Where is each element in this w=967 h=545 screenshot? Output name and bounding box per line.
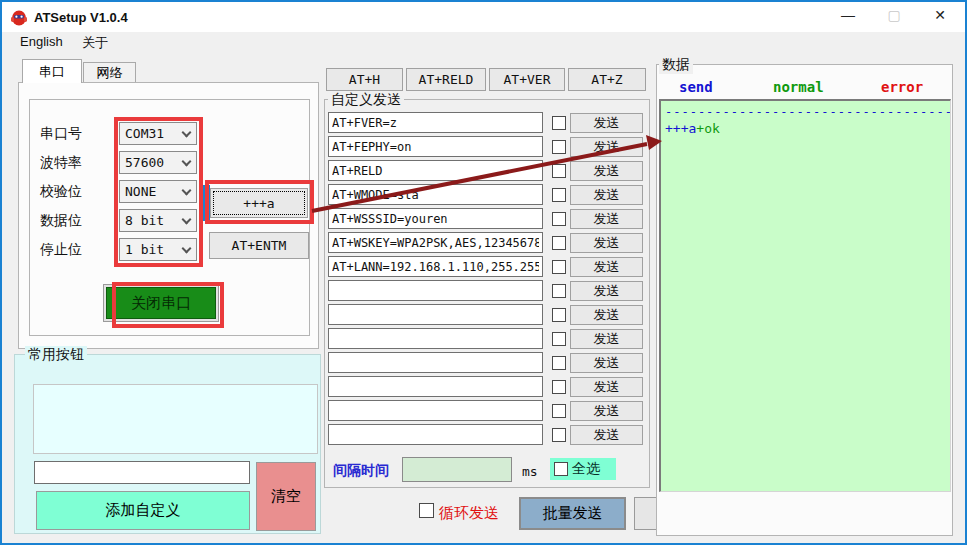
quick-button-at-z[interactable]: AT+Z — [568, 68, 646, 91]
row-checkbox[interactable] — [552, 260, 566, 274]
common-group-label: 常用按钮 — [25, 346, 87, 364]
at-entm-button[interactable]: AT+ENTM — [209, 232, 309, 259]
row-checkbox[interactable] — [552, 188, 566, 202]
serial-field-label: 停止位 — [40, 238, 110, 261]
custom-command-input[interactable] — [328, 400, 543, 421]
title-bar: ATSetup V1.0.4 — ▢ ✕ — [2, 2, 965, 32]
serial-field-combo[interactable]: 57600 — [119, 151, 197, 174]
send-button[interactable]: 发送 — [570, 209, 643, 229]
custom-command-input[interactable] — [328, 184, 543, 205]
custom-command-input[interactable] — [328, 280, 543, 301]
send-button[interactable]: 发送 — [570, 281, 643, 301]
send-button[interactable]: 发送 — [570, 113, 643, 133]
row-checkbox[interactable] — [552, 404, 566, 418]
row-checkbox[interactable] — [552, 332, 566, 346]
chevron-down-icon — [182, 244, 192, 254]
legend-error: error — [881, 79, 923, 95]
custom-command-input[interactable] — [328, 352, 543, 373]
batch-send-button[interactable]: 批量发送 — [519, 497, 626, 530]
loop-send-label: 循环发送 — [439, 504, 499, 523]
custom-command-input[interactable] — [328, 304, 543, 325]
close-button[interactable]: ✕ — [923, 2, 957, 28]
close-serial-button-frame: 关闭串口 — [103, 284, 219, 322]
menu-english[interactable]: English — [20, 34, 63, 49]
row-checkbox[interactable] — [552, 140, 566, 154]
custom-send-group: 自定义发送 发送发送发送发送发送发送发送发送发送发送发送发送发送发送 间隔时间 … — [324, 99, 650, 488]
log-received-text: +ok — [696, 121, 719, 136]
data-log-area[interactable]: -------------------------------------- +… — [659, 99, 951, 492]
send-button[interactable]: 发送 — [570, 401, 643, 421]
serial-field-label: 校验位 — [40, 180, 110, 203]
serial-field-combo[interactable]: 1 bit — [119, 238, 197, 261]
window-title: ATSetup V1.0.4 — [34, 10, 128, 25]
custom-command-input[interactable] — [328, 424, 543, 445]
tab-network[interactable]: 网络 — [83, 62, 136, 83]
send-button[interactable]: 发送 — [570, 305, 643, 325]
custom-command-input[interactable] — [328, 160, 543, 181]
chevron-down-icon — [182, 215, 192, 225]
send-button[interactable]: 发送 — [570, 377, 643, 397]
minimize-button[interactable]: — — [831, 2, 865, 28]
row-checkbox[interactable] — [552, 116, 566, 130]
row-checkbox[interactable] — [552, 212, 566, 226]
app-icon — [10, 8, 28, 26]
serial-field-combo[interactable]: 8 bit — [119, 209, 197, 232]
log-divider: -------------------------------------- — [665, 105, 951, 119]
custom-command-input[interactable] — [328, 136, 543, 157]
serial-field-combo[interactable]: NONE — [119, 180, 197, 203]
select-all-checkbox[interactable] — [554, 462, 568, 476]
select-all-label: 全选 — [572, 460, 600, 478]
app-window: ATSetup V1.0.4 — ▢ ✕ English 关于 串口 网络 串口… — [0, 0, 967, 545]
row-checkbox[interactable] — [552, 380, 566, 394]
serial-field-label: 串口号 — [40, 122, 110, 145]
send-button[interactable]: 发送 — [570, 353, 643, 373]
plus-a-button[interactable]: +++a — [210, 188, 308, 218]
row-checkbox[interactable] — [552, 164, 566, 178]
custom-command-input[interactable] — [328, 376, 543, 397]
tab-serial[interactable]: 串口 — [22, 59, 82, 83]
row-checkbox[interactable] — [552, 308, 566, 322]
interval-label: 间隔时间 — [333, 462, 389, 480]
loop-send-checkbox[interactable] — [419, 503, 434, 518]
custom-command-input[interactable] — [328, 208, 543, 229]
custom-command-input[interactable] — [328, 256, 543, 277]
interval-input[interactable] — [402, 457, 512, 482]
clear-button[interactable]: 清空 — [256, 462, 316, 531]
common-buttons-group: 常用按钮 添加自定义 清空 — [14, 354, 321, 534]
data-group: 数据 send normal error -------------------… — [656, 64, 953, 536]
custom-command-input[interactable] — [328, 232, 543, 253]
serial-field-label: 数据位 — [40, 209, 110, 232]
send-button[interactable]: 发送 — [570, 329, 643, 349]
send-button[interactable]: 发送 — [570, 425, 643, 445]
row-checkbox[interactable] — [552, 236, 566, 250]
custom-command-input[interactable] — [328, 112, 543, 133]
add-custom-button[interactable]: 添加自定义 — [36, 491, 250, 530]
serial-field-label: 波特率 — [40, 151, 110, 174]
chevron-down-icon — [182, 128, 192, 138]
quick-button-at-ver[interactable]: AT+VER — [489, 68, 565, 91]
maximize-button[interactable]: ▢ — [877, 2, 911, 28]
send-button[interactable]: 发送 — [570, 257, 643, 277]
interval-unit-label: ms — [522, 464, 538, 479]
send-button[interactable]: 发送 — [570, 233, 643, 253]
send-button[interactable]: 发送 — [570, 161, 643, 181]
quick-button-at-h[interactable]: AT+H — [326, 68, 403, 91]
serial-field-combo[interactable]: COM31 — [119, 122, 197, 145]
data-group-label: 数据 — [659, 56, 693, 74]
row-checkbox[interactable] — [552, 284, 566, 298]
send-button[interactable]: 发送 — [570, 185, 643, 205]
send-button[interactable]: 发送 — [570, 137, 643, 157]
chevron-down-icon — [182, 157, 192, 167]
select-all-container: 全选 — [550, 458, 616, 480]
chevron-down-icon — [182, 186, 192, 196]
row-checkbox[interactable] — [552, 356, 566, 370]
log-sent-text: +++a — [665, 121, 696, 136]
quick-button-at-reld[interactable]: AT+RELD — [406, 68, 486, 91]
legend-send: send — [679, 79, 713, 95]
custom-name-input[interactable] — [34, 461, 250, 484]
close-serial-button[interactable]: 关闭串口 — [106, 287, 216, 319]
custom-command-input[interactable] — [328, 328, 543, 349]
row-checkbox[interactable] — [552, 428, 566, 442]
common-buttons-listbox[interactable] — [33, 384, 318, 454]
menu-about[interactable]: 关于 — [82, 34, 108, 52]
